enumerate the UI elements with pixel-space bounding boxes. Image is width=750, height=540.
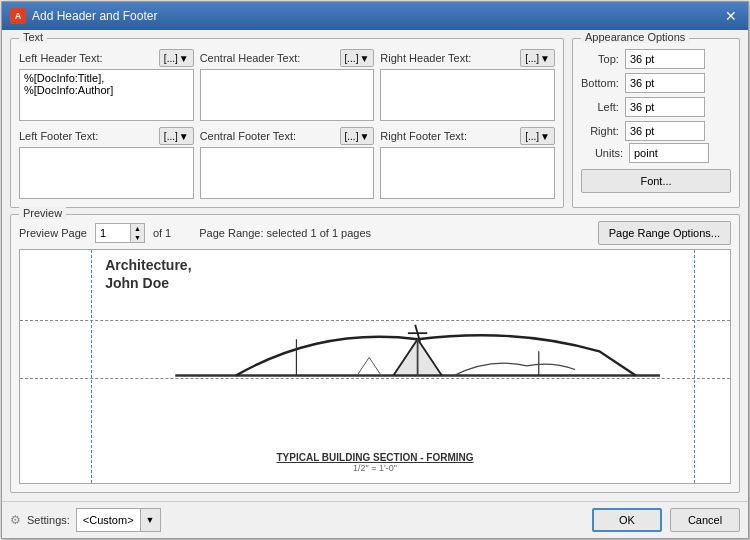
appearance-grid: Top: ▲ ▼ Bottom: ▲ ▼ bbox=[581, 49, 731, 141]
app-icon: A bbox=[10, 8, 26, 24]
units-spinner[interactable]: ▲ ▼ bbox=[629, 143, 709, 163]
settings-value: <Custom> bbox=[77, 514, 140, 526]
left-header-label: Left Header Text: bbox=[19, 52, 103, 64]
dialog-title: Add Header and Footer bbox=[32, 9, 157, 23]
bottom-spinner[interactable]: ▲ ▼ bbox=[625, 73, 705, 93]
header-line2: John Doe bbox=[105, 274, 191, 292]
left-header-input[interactable]: %[DocInfo:Title], %[DocInfo:Author] bbox=[19, 69, 194, 121]
top-row: Text Left Header Text: [...] ▼ %[DocInfo… bbox=[10, 38, 740, 208]
left-spinner[interactable]: ▲ ▼ bbox=[625, 97, 705, 117]
preview-page-up[interactable]: ▲ bbox=[131, 224, 144, 233]
central-header-group: Central Header Text: [...] ▼ bbox=[200, 49, 375, 121]
right-footer-header: Right Footer Text: [...] ▼ bbox=[380, 127, 555, 145]
central-header-insert-btn[interactable]: [...] ▼ bbox=[340, 49, 375, 67]
right-footer-label: Right Footer Text: bbox=[380, 130, 467, 142]
drawing-area bbox=[162, 315, 673, 436]
left-footer-label: Left Footer Text: bbox=[19, 130, 98, 142]
central-header-header: Central Header Text: [...] ▼ bbox=[200, 49, 375, 67]
header-fields-row: Left Header Text: [...] ▼ %[DocInfo:Titl… bbox=[19, 49, 555, 121]
bottom-label: Bottom: bbox=[581, 77, 619, 89]
footer-fields-row: Left Footer Text: [...] ▼ Central Footer… bbox=[19, 127, 555, 199]
left-footer-input[interactable] bbox=[19, 147, 194, 199]
right-value-input[interactable] bbox=[626, 122, 748, 140]
left-footer-insert-btn[interactable]: [...] ▼ bbox=[159, 127, 194, 145]
page-range-info: Page Range: selected 1 of 1 pages bbox=[199, 227, 371, 239]
left-header-group: Left Header Text: [...] ▼ %[DocInfo:Titl… bbox=[19, 49, 194, 121]
dialog-footer: ⚙ Settings: <Custom> ▼ OK Cancel bbox=[2, 501, 748, 538]
appearance-section-label: Appearance Options bbox=[581, 31, 689, 43]
right-header-input[interactable] bbox=[380, 69, 555, 121]
bottom-value-input[interactable] bbox=[626, 74, 748, 92]
svg-line-6 bbox=[357, 358, 369, 376]
central-header-label: Central Header Text: bbox=[200, 52, 301, 64]
svg-line-7 bbox=[369, 358, 381, 376]
settings-dropdown-arrow[interactable]: ▼ bbox=[140, 509, 160, 531]
left-footer-header: Left Footer Text: [...] ▼ bbox=[19, 127, 194, 145]
right-label: Right: bbox=[581, 125, 619, 137]
preview-page-down[interactable]: ▼ bbox=[131, 233, 144, 242]
units-row: Units: ▲ ▼ bbox=[581, 143, 731, 163]
top-label: Top: bbox=[581, 53, 619, 65]
top-spinner[interactable]: ▲ ▼ bbox=[625, 49, 705, 69]
title-bar-left: A Add Header and Footer bbox=[10, 8, 157, 24]
left-label: Left: bbox=[581, 101, 619, 113]
text-section-label: Text bbox=[19, 31, 47, 43]
dialog-window: A Add Header and Footer ✕ Text Left Head… bbox=[1, 1, 749, 539]
right-header-label: Right Header Text: bbox=[380, 52, 471, 64]
header-line1: Architecture, bbox=[105, 256, 191, 274]
drawing-svg bbox=[162, 315, 673, 436]
preview-inner: Architecture, John Doe bbox=[20, 250, 730, 483]
preview-header-text: Architecture, John Doe bbox=[105, 256, 191, 292]
central-footer-header: Central Footer Text: [...] ▼ bbox=[200, 127, 375, 145]
preview-controls: Preview Page ▲ ▼ of 1 Page Range: select… bbox=[19, 221, 731, 245]
central-footer-input[interactable] bbox=[200, 147, 375, 199]
right-header-group: Right Header Text: [...] ▼ bbox=[380, 49, 555, 121]
right-header-header: Right Header Text: [...] ▼ bbox=[380, 49, 555, 67]
page-range-button[interactable]: Page Range Options... bbox=[598, 221, 731, 245]
right-footer-group: Right Footer Text: [...] ▼ bbox=[380, 127, 555, 199]
close-button[interactable]: ✕ bbox=[722, 7, 740, 25]
left-header-header: Left Header Text: [...] ▼ bbox=[19, 49, 194, 67]
text-section: Text Left Header Text: [...] ▼ %[DocInfo… bbox=[10, 38, 564, 208]
preview-footer: TYPICAL BUILDING SECTION - FORMING 1/2" … bbox=[276, 452, 473, 473]
preview-section: Preview Preview Page ▲ ▼ of 1 Page Range… bbox=[10, 214, 740, 493]
title-bar: A Add Header and Footer ✕ bbox=[2, 2, 748, 30]
central-header-input[interactable] bbox=[200, 69, 375, 121]
footer-title: TYPICAL BUILDING SECTION - FORMING bbox=[276, 452, 473, 463]
preview-page-label: Preview Page bbox=[19, 227, 87, 239]
left-header-insert-btn[interactable]: [...] ▼ bbox=[159, 49, 194, 67]
of-label: of 1 bbox=[153, 227, 171, 239]
ok-button[interactable]: OK bbox=[592, 508, 662, 532]
font-button[interactable]: Font... bbox=[581, 169, 731, 193]
preview-page-input[interactable] bbox=[96, 224, 130, 242]
dialog-body: Text Left Header Text: [...] ▼ %[DocInfo… bbox=[2, 30, 748, 501]
left-value-input[interactable] bbox=[626, 98, 748, 116]
appearance-section: Appearance Options Top: ▲ ▼ Bottom: bbox=[572, 38, 740, 208]
right-spinner[interactable]: ▲ ▼ bbox=[625, 121, 705, 141]
preview-page-spinner[interactable]: ▲ ▼ bbox=[95, 223, 145, 243]
right-header-insert-btn[interactable]: [...] ▼ bbox=[520, 49, 555, 67]
settings-label: Settings: bbox=[27, 514, 70, 526]
preview-canvas: Architecture, John Doe bbox=[19, 249, 731, 484]
footer-buttons: OK Cancel bbox=[592, 508, 740, 532]
settings-dropdown[interactable]: <Custom> ▼ bbox=[76, 508, 161, 532]
footer-scale: 1/2" = 1'-0" bbox=[276, 463, 473, 473]
left-margin-line bbox=[91, 250, 92, 483]
units-label: Units: bbox=[581, 147, 623, 159]
gear-icon: ⚙ bbox=[10, 513, 21, 527]
preview-section-label: Preview bbox=[19, 207, 66, 219]
left-footer-group: Left Footer Text: [...] ▼ bbox=[19, 127, 194, 199]
preview-page-arrows: ▲ ▼ bbox=[130, 224, 144, 242]
central-footer-label: Central Footer Text: bbox=[200, 130, 296, 142]
cancel-button[interactable]: Cancel bbox=[670, 508, 740, 532]
footer-settings-row: ⚙ Settings: <Custom> ▼ bbox=[10, 508, 161, 532]
central-footer-group: Central Footer Text: [...] ▼ bbox=[200, 127, 375, 199]
central-footer-insert-btn[interactable]: [...] ▼ bbox=[340, 127, 375, 145]
right-margin-line bbox=[694, 250, 695, 483]
units-value-input[interactable] bbox=[630, 144, 748, 162]
right-footer-insert-btn[interactable]: [...] ▼ bbox=[520, 127, 555, 145]
top-value-input[interactable] bbox=[626, 50, 748, 68]
right-footer-input[interactable] bbox=[380, 147, 555, 199]
